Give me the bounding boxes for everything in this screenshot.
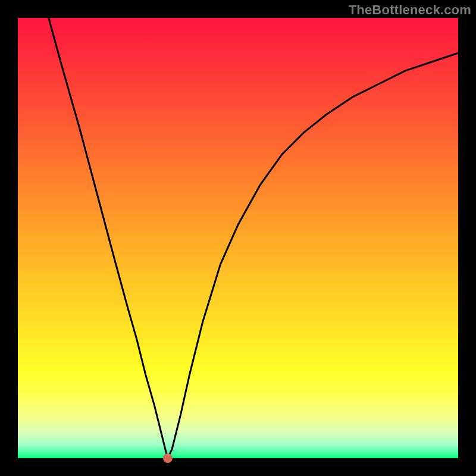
bottleneck-curve: [18, 18, 458, 458]
plot-area: [18, 18, 458, 458]
chart-frame: TheBottleneck.com: [0, 0, 476, 476]
minimum-marker: [163, 453, 173, 463]
watermark-text: TheBottleneck.com: [349, 2, 471, 18]
